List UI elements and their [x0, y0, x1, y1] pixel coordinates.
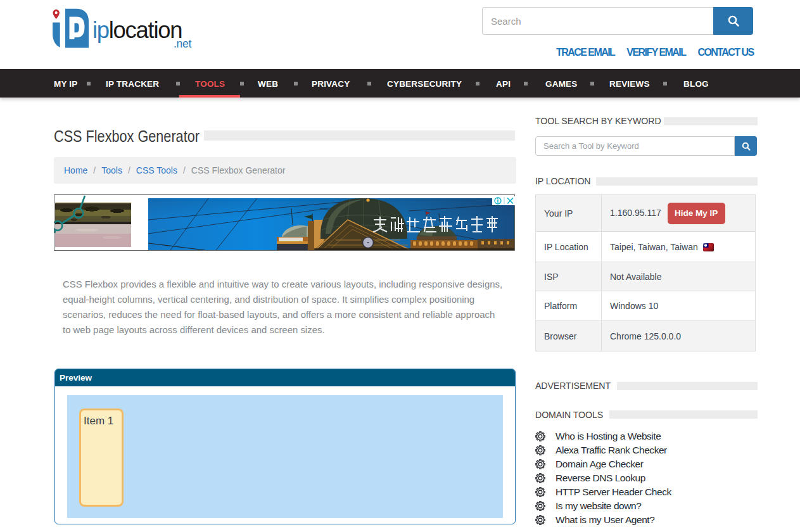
svg-text:.net: .net: [174, 37, 191, 49]
svg-text:iplocation: iplocation: [92, 17, 182, 43]
